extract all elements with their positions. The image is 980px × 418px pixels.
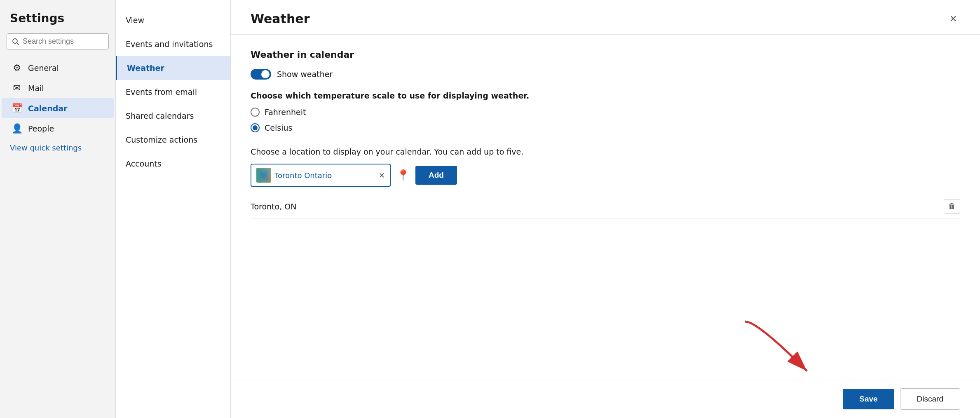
fahrenheit-option[interactable]: Fahrenheit xyxy=(251,108,960,117)
mid-item-view[interactable]: View xyxy=(116,8,230,32)
pin-icon[interactable]: 📍 xyxy=(396,169,410,181)
show-weather-row: Show weather xyxy=(251,69,960,80)
gear-icon: ⚙ xyxy=(12,63,22,73)
people-icon: 👤 xyxy=(12,123,22,134)
sidebar: Settings ⚙ General ✉ Mail 📅 Calendar 👤 P… xyxy=(0,0,115,418)
mid-item-shared-calendars[interactable]: Shared calendars xyxy=(116,104,230,128)
sidebar-item-calendar[interactable]: 📅 Calendar xyxy=(2,98,114,118)
fahrenheit-radio[interactable] xyxy=(251,108,260,117)
add-button[interactable]: Add xyxy=(415,166,457,185)
save-button[interactable]: Save xyxy=(843,389,894,409)
show-weather-toggle[interactable] xyxy=(251,69,271,80)
celsius-radio[interactable] xyxy=(251,123,260,132)
mail-icon: ✉ xyxy=(12,83,22,93)
sidebar-item-general[interactable]: ⚙ General xyxy=(2,58,114,78)
mid-item-weather[interactable]: Weather xyxy=(116,56,230,80)
celsius-label: Celsius xyxy=(265,123,292,132)
saved-location-name: Toronto, ON xyxy=(251,202,296,211)
svg-line-1 xyxy=(17,42,19,45)
close-button[interactable]: ✕ xyxy=(946,12,960,26)
saved-location-row: Toronto, ON 🗑 xyxy=(251,194,960,219)
sidebar-item-label: General xyxy=(28,63,59,73)
sidebar-item-mail[interactable]: ✉ Mail xyxy=(2,78,114,98)
location-map-thumbnail xyxy=(256,168,271,183)
main-content: Weather ✕ Weather in calendar Show weath… xyxy=(231,0,980,418)
mid-item-events-invitations[interactable]: Events and invitations xyxy=(116,32,230,56)
page-title: Weather xyxy=(251,12,309,26)
show-weather-label: Show weather xyxy=(277,70,333,79)
mid-panel: View Events and invitations Weather Even… xyxy=(115,0,231,418)
search-icon xyxy=(12,38,19,45)
section-title: Weather in calendar xyxy=(251,49,960,60)
mid-item-events-email[interactable]: Events from email xyxy=(116,80,230,104)
delete-location-button[interactable]: 🗑 xyxy=(944,199,960,214)
view-quick-settings-link[interactable]: View quick settings xyxy=(0,139,115,157)
calendar-icon: 📅 xyxy=(12,103,22,113)
main-header: Weather ✕ xyxy=(231,0,980,35)
sidebar-item-label: Mail xyxy=(28,84,44,93)
fahrenheit-label: Fahrenheit xyxy=(265,108,306,117)
mid-item-accounts[interactable]: Accounts xyxy=(116,152,230,176)
discard-button[interactable]: Discard xyxy=(900,388,960,410)
celsius-option[interactable]: Celsius xyxy=(251,123,960,132)
location-clear-button[interactable]: ✕ xyxy=(379,171,385,180)
sidebar-item-people[interactable]: 👤 People xyxy=(2,118,114,139)
location-prompt: Choose a location to display on your cal… xyxy=(251,147,960,156)
sidebar-item-label: People xyxy=(28,124,54,133)
sidebar-item-label: Calendar xyxy=(28,104,67,113)
location-input-box[interactable]: Toronto Ontario ✕ xyxy=(251,164,391,187)
celsius-radio-fill xyxy=(253,125,258,130)
main-footer: Save Discard xyxy=(231,380,980,418)
sidebar-title: Settings xyxy=(0,12,115,33)
location-input-row: Toronto Ontario ✕ 📍 Add xyxy=(251,164,960,187)
mid-item-customize-actions[interactable]: Customize actions xyxy=(116,128,230,152)
search-input[interactable] xyxy=(23,37,103,46)
temperature-radio-group: Fahrenheit Celsius xyxy=(251,108,960,132)
main-body: Weather in calendar Show weather Choose … xyxy=(231,35,980,380)
location-input-value: Toronto Ontario xyxy=(274,171,375,180)
search-box[interactable] xyxy=(7,33,109,49)
temperature-prompt: Choose which temperature scale to use fo… xyxy=(251,91,960,100)
